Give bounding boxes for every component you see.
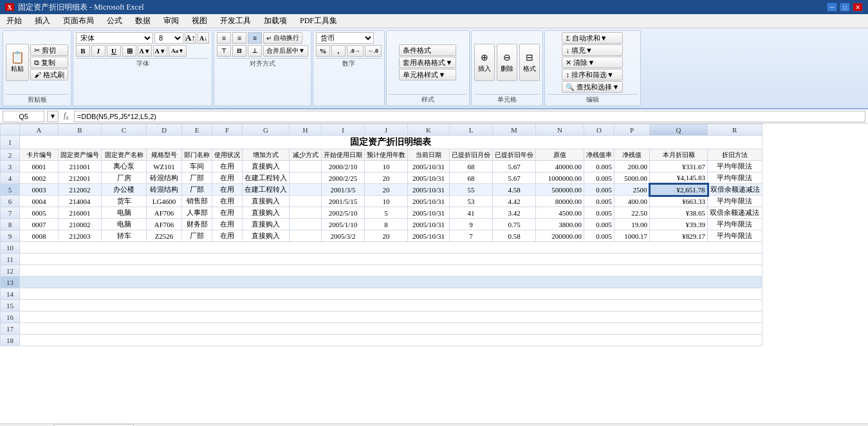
cell-g3[interactable]: 直接购入 bbox=[243, 161, 290, 172]
cell-c5[interactable]: 办公楼 bbox=[102, 184, 147, 196]
font-shrink-button[interactable]: A↓ bbox=[198, 32, 209, 44]
cell-k8[interactable]: 2005/10/31 bbox=[408, 219, 450, 230]
cell-h6[interactable] bbox=[290, 196, 322, 207]
cell-h8[interactable] bbox=[290, 219, 322, 230]
cell-b7[interactable]: 216001 bbox=[59, 207, 102, 219]
cell-l9[interactable]: 7 bbox=[450, 230, 493, 242]
cell-o6[interactable]: 0.005 bbox=[584, 196, 614, 207]
cell-j8[interactable]: 8 bbox=[365, 219, 408, 230]
cell-c9[interactable]: 轿车 bbox=[102, 230, 147, 242]
cell-k3[interactable]: 2005/10/31 bbox=[408, 161, 450, 172]
cell-m9[interactable]: 0.58 bbox=[493, 230, 536, 242]
underline-button[interactable]: U bbox=[107, 45, 121, 57]
cell-o3[interactable]: 0.005 bbox=[584, 161, 614, 172]
cell-j6[interactable]: 10 bbox=[365, 196, 408, 207]
cell-n8[interactable]: 3800.00 bbox=[536, 219, 584, 230]
cell-m8[interactable]: 0.75 bbox=[493, 219, 536, 230]
cell-j5[interactable]: 20 bbox=[365, 184, 408, 196]
cell-k6[interactable]: 2005/10/31 bbox=[408, 196, 450, 207]
cell-q7[interactable]: ¥38.65 bbox=[650, 207, 708, 219]
number-format-select[interactable]: 货币 bbox=[316, 32, 374, 44]
cell-p4[interactable]: 5000.00 bbox=[614, 172, 650, 184]
cell-i5[interactable]: 2001/3/5 bbox=[322, 184, 365, 196]
cell-j4[interactable]: 20 bbox=[365, 172, 408, 184]
cut-button[interactable]: ✂ 剪切 bbox=[30, 44, 68, 56]
cell-b3[interactable]: 211001 bbox=[59, 161, 102, 172]
col-header-m[interactable]: M bbox=[493, 124, 536, 136]
italic-button[interactable]: I bbox=[91, 45, 106, 57]
cell-h4[interactable] bbox=[290, 172, 322, 184]
font-color-button[interactable]: A▼ bbox=[153, 45, 167, 57]
font-grow-button[interactable]: A↑ bbox=[185, 32, 196, 44]
cell-l7[interactable]: 41 bbox=[450, 207, 493, 219]
cell-p5[interactable]: 2500 bbox=[614, 184, 650, 196]
align-left-button[interactable]: ≡ bbox=[217, 32, 231, 44]
cell-q4[interactable]: ¥4,145.83 bbox=[650, 172, 708, 184]
cell-r4[interactable]: 平均年限法 bbox=[708, 172, 762, 184]
menu-data[interactable]: 数据 bbox=[129, 14, 157, 28]
cell-i6[interactable]: 2001/5/15 bbox=[322, 196, 365, 207]
cell-c6[interactable]: 货车 bbox=[102, 196, 147, 207]
cell-a3[interactable]: 0001 bbox=[20, 161, 59, 172]
cell-j7[interactable]: 5 bbox=[365, 207, 408, 219]
cell-a7[interactable]: 0005 bbox=[20, 207, 59, 219]
cell-c3[interactable]: 离心泵 bbox=[102, 161, 147, 172]
cell-d5[interactable]: 砖混结构 bbox=[147, 184, 182, 196]
minimize-button[interactable]: ─ bbox=[827, 3, 837, 12]
cell-n7[interactable]: 4500.00 bbox=[536, 207, 584, 219]
col-header-e[interactable]: E bbox=[182, 124, 212, 136]
cell-o5[interactable]: 0.005 bbox=[584, 184, 614, 196]
cell-d9[interactable]: Z2526 bbox=[147, 230, 182, 242]
cell-f6[interactable]: 在用 bbox=[212, 196, 243, 207]
cell-q8[interactable]: ¥39.39 bbox=[650, 219, 708, 230]
col-header-r[interactable]: R bbox=[708, 124, 762, 136]
copy-button[interactable]: ⧉ 复制 bbox=[30, 57, 68, 68]
change-case-button[interactable]: Aa▼ bbox=[169, 45, 187, 57]
middle-align-button[interactable]: ⊟ bbox=[232, 45, 246, 57]
col-header-o[interactable]: O bbox=[584, 124, 614, 136]
paste-button[interactable]: 📋 粘贴 bbox=[6, 44, 29, 81]
col-header-b[interactable]: B bbox=[59, 124, 102, 136]
cell-n4[interactable]: 1000000.00 bbox=[536, 172, 584, 184]
cell-b8[interactable]: 210002 bbox=[59, 219, 102, 230]
cell-h7[interactable] bbox=[290, 207, 322, 219]
cell-l5[interactable]: 55 bbox=[450, 184, 493, 196]
cell-o8[interactable]: 0.005 bbox=[584, 219, 614, 230]
menu-review[interactable]: 审阅 bbox=[157, 14, 185, 28]
cell-b6[interactable]: 214004 bbox=[59, 196, 102, 207]
cell-b9[interactable]: 212003 bbox=[59, 230, 102, 242]
cell-f4[interactable]: 在用 bbox=[212, 172, 243, 184]
decrease-decimal-button[interactable]: ←.0 bbox=[365, 45, 382, 57]
col-header-g[interactable]: G bbox=[243, 124, 290, 136]
sort-filter-button[interactable]: ↕ 排序和筛选▼ bbox=[562, 69, 623, 80]
cell-r9[interactable]: 平均年限法 bbox=[708, 230, 762, 242]
cell-r7[interactable]: 双倍余额递减法 bbox=[708, 207, 762, 219]
fill-button[interactable]: ↓ 填充▼ bbox=[562, 44, 623, 56]
increase-decimal-button[interactable]: .0→ bbox=[347, 45, 364, 57]
menu-start[interactable]: 开始 bbox=[0, 14, 28, 28]
cell-h9[interactable] bbox=[290, 230, 322, 242]
merge-center-button[interactable]: 合并后居中▼ bbox=[263, 45, 308, 57]
bold-button[interactable]: B bbox=[76, 45, 90, 57]
align-right-button[interactable]: ≡ bbox=[248, 32, 262, 44]
cell-e5[interactable]: 厂部 bbox=[182, 184, 212, 196]
format-button[interactable]: ⊟ 格式 bbox=[519, 44, 540, 81]
cell-e6[interactable]: 销售部 bbox=[182, 196, 212, 207]
cell-reference-input[interactable] bbox=[3, 111, 44, 122]
border-button[interactable]: ⊞ bbox=[122, 45, 136, 57]
cell-e8[interactable]: 财务部 bbox=[182, 219, 212, 230]
cell-d8[interactable]: AF706 bbox=[147, 219, 182, 230]
cell-o9[interactable]: 0.005 bbox=[584, 230, 614, 242]
cell-h5[interactable] bbox=[290, 184, 322, 196]
cell-p7[interactable]: 22.50 bbox=[614, 207, 650, 219]
col-header-a[interactable]: A bbox=[20, 124, 59, 136]
cell-i8[interactable]: 2005/1/10 bbox=[322, 219, 365, 230]
cell-o7[interactable]: 0.005 bbox=[584, 207, 614, 219]
cell-a6[interactable]: 0004 bbox=[20, 196, 59, 207]
close-button[interactable]: ✕ bbox=[853, 3, 863, 12]
cell-k4[interactable]: 2005/10/31 bbox=[408, 172, 450, 184]
font-size-select[interactable]: 8 bbox=[154, 32, 183, 44]
cell-g6[interactable]: 直接购入 bbox=[243, 196, 290, 207]
cell-g9[interactable]: 直接购入 bbox=[243, 230, 290, 242]
cell-a4[interactable]: 0002 bbox=[20, 172, 59, 184]
